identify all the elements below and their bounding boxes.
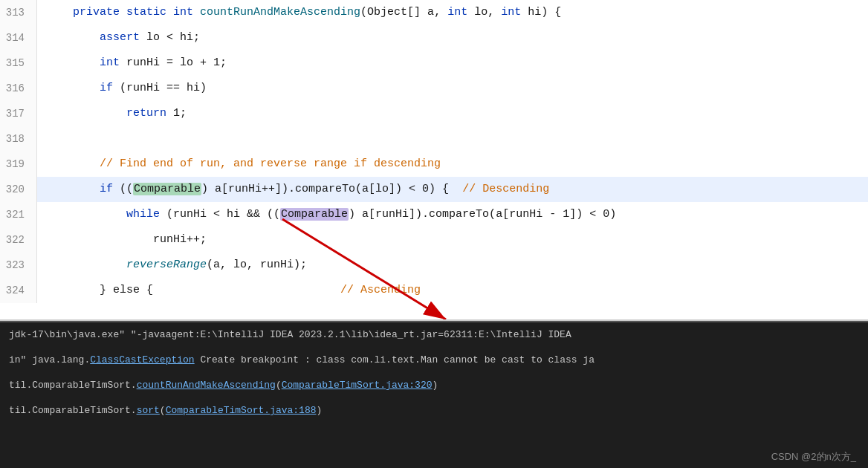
line-number: 320 <box>0 177 37 202</box>
file-link-1[interactable]: ComparableTimSort.java:320 <box>282 380 433 391</box>
line-number: 321 <box>0 202 37 227</box>
watermark: CSDN @2的n次方_ <box>771 450 856 464</box>
code-content: if (runHi == hi) <box>37 76 207 101</box>
console-line-4: til.ComparableTimSort.sort(ComparableTim… <box>0 398 868 423</box>
code-content: if ((Comparable) a[runHi++]).compareTo(a… <box>37 177 549 202</box>
code-line-316: 316 if (runHi == hi) <box>0 76 868 101</box>
code-content <box>37 126 46 152</box>
code-line-323: 323 reverseRange(a, lo, runHi); <box>0 253 868 278</box>
code-content: // Find end of run, and reverse range if… <box>37 152 441 177</box>
line-number: 323 <box>0 253 37 278</box>
code-content: assert lo < hi; <box>37 25 200 51</box>
console-text: in" java.lang. <box>9 354 90 365</box>
line-number: 318 <box>0 126 37 152</box>
line-number: 313 <box>0 0 37 25</box>
file-link-2[interactable]: ComparableTimSort.java:188 <box>166 405 317 416</box>
console-line-3: til.ComparableTimSort.countRunAndMakeAsc… <box>0 373 868 398</box>
code-line-319: 319 // Find end of run, and reverse rang… <box>0 152 868 177</box>
code-line-322: 322 runHi++; <box>0 227 868 253</box>
console-text: ) <box>317 405 323 416</box>
code-line-317: 317 return 1; <box>0 101 868 126</box>
code-line-318: 318 <box>0 126 868 152</box>
stack-link-1[interactable]: countRunAndMakeAscending <box>137 380 276 391</box>
console-text: ( <box>160 405 166 416</box>
console-text: ( <box>276 380 282 391</box>
code-line-321: 321 while (runHi < hi && ((Comparable) a… <box>0 202 868 227</box>
line-number: 314 <box>0 25 37 51</box>
code-content: } else { // Ascending <box>37 278 421 303</box>
console-line-2: in" java.lang.ClassCastException Create … <box>0 348 868 373</box>
code-line-314: 314 assert lo < hi; <box>0 25 868 51</box>
code-content: return 1; <box>37 101 187 126</box>
console-panel: jdk-17\bin\java.exe" "-javaagent:E:\Inte… <box>0 321 868 468</box>
code-content: reverseRange(a, lo, runHi); <box>37 253 307 278</box>
line-number: 317 <box>0 101 37 126</box>
line-number: 315 <box>0 51 37 76</box>
code-content: int runHi = lo + 1; <box>37 51 227 76</box>
console-text: ) <box>433 380 438 391</box>
code-line-313: 313 private static int countRunAndMakeAs… <box>0 0 868 25</box>
code-content: private static int countRunAndMakeAscend… <box>37 0 561 25</box>
line-number: 322 <box>0 227 37 253</box>
code-content: runHi++; <box>37 227 207 253</box>
exception-link[interactable]: ClassCastException <box>90 354 194 365</box>
stack-link-2[interactable]: sort <box>137 405 160 416</box>
code-content: while (runHi < hi && ((Comparable) a[run… <box>37 202 616 227</box>
code-line-315: 315 int runHi = lo + 1; <box>0 51 868 76</box>
console-text: Create breakpoint : class com.li.text.Ma… <box>195 354 595 365</box>
code-line-324: 324 } else { // Ascending <box>0 278 868 303</box>
console-text: til.ComparableTimSort. <box>9 380 137 391</box>
code-line-320: 320 if ((Comparable) a[runHi++]).compare… <box>0 177 868 202</box>
console-text: til.ComparableTimSort. <box>9 405 137 416</box>
code-editor: 313 private static int countRunAndMakeAs… <box>0 0 868 319</box>
console-line-1: jdk-17\bin\java.exe" "-javaagent:E:\Inte… <box>0 322 868 348</box>
console-text: jdk-17\bin\java.exe" "-javaagent:E:\Inte… <box>9 329 571 340</box>
line-number: 319 <box>0 152 37 177</box>
line-number: 324 <box>0 278 37 303</box>
line-number: 316 <box>0 76 37 101</box>
